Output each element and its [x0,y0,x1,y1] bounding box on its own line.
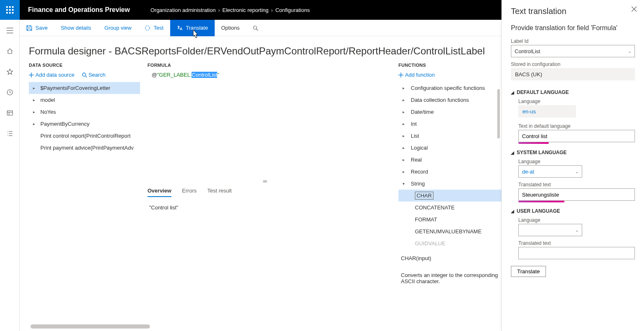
breadcrumb-item[interactable]: Configurations [275,7,310,13]
svg-rect-7 [9,12,11,14]
svg-rect-8 [12,12,14,14]
breadcrumb-item[interactable]: Organization administration [150,7,215,13]
translate-button[interactable]: Translate [170,20,215,20]
show-details-button[interactable]: Show details [54,20,98,20]
flyout-title: Text translation [511,7,635,16]
svg-rect-4 [9,9,11,11]
svg-rect-6 [6,12,8,14]
breadcrumb: Organization administration › Electronic… [150,7,310,13]
close-flyout-button[interactable] [629,4,639,14]
save-button[interactable]: Save [20,20,54,20]
close-icon [631,6,637,12]
app-launcher[interactable] [0,0,20,20]
translation-flyout: Text translation Provide translation for… [501,0,644,20]
svg-rect-0 [6,6,8,8]
chevron-right-icon: › [218,7,220,13]
svg-rect-1 [9,6,11,8]
svg-rect-2 [12,6,14,8]
svg-rect-5 [12,9,14,11]
breadcrumb-item[interactable]: Electronic reporting [222,7,269,13]
svg-rect-3 [6,9,8,11]
action-search-button[interactable] [246,20,265,20]
test-button[interactable]: Test [138,20,170,20]
app-title: Finance and Operations Preview [20,6,138,14]
options-button[interactable]: Options [215,20,246,20]
waffle-icon [6,6,14,14]
chevron-right-icon: › [271,7,273,13]
group-view-button[interactable]: Group view [98,20,138,20]
